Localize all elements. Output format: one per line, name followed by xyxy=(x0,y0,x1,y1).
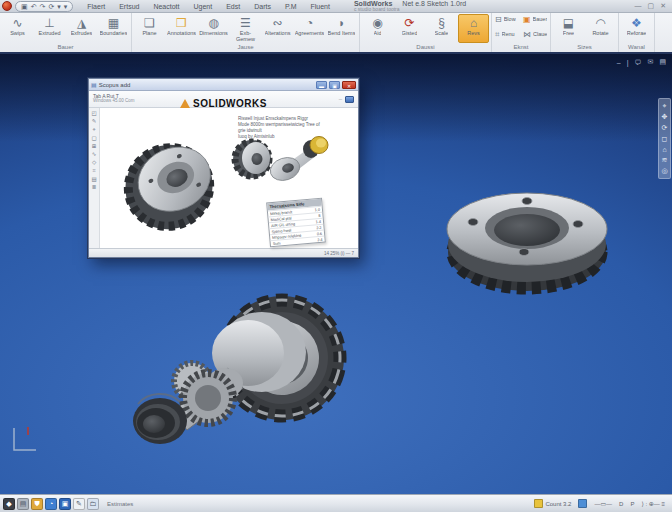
browser-icon[interactable]: ◔ xyxy=(45,498,57,510)
slider-indicator[interactable]: —▭— xyxy=(594,500,612,507)
count-indicator-text: Count 3.2 xyxy=(545,501,571,507)
pen-icon[interactable]: ✎ xyxy=(73,498,85,510)
shield-icon[interactable]: ⛊ xyxy=(31,498,43,510)
explorer-icon[interactable]: ▤ xyxy=(17,498,29,510)
sheet-icon[interactable]: ▤ xyxy=(659,58,666,66)
floating-document-window[interactable]: ▤ Scopus add ▬▣✕ Tab A Rut T Windows 45.… xyxy=(88,78,359,258)
document-text-line: Mode 8000m werrtpwrisseiwicteg Tree of g… xyxy=(238,122,324,134)
p-indicator-text: P xyxy=(630,501,634,507)
table-cell-value: 2.2 xyxy=(316,225,322,229)
viewport-side-toolbar: ⌖✥⟳◻⌂≋◎ xyxy=(658,98,671,179)
doc-indicator[interactable] xyxy=(578,499,587,508)
p-indicator[interactable]: P xyxy=(630,501,634,507)
slider-indicator-text: —▭— xyxy=(594,500,612,507)
media-icon[interactable]: ▣ xyxy=(59,498,71,510)
folder-icon[interactable]: 🗀 xyxy=(87,498,99,510)
illustration-gear-large xyxy=(112,130,227,243)
display-icon[interactable]: ◎ xyxy=(661,167,667,175)
table-cell-label: Sum xyxy=(273,241,281,246)
illustration-gear-small xyxy=(233,140,271,178)
start-icon[interactable]: ◆ xyxy=(3,498,15,510)
table-cell-value: 1.0 xyxy=(315,207,321,211)
count-indicator[interactable]: Count 3.2 xyxy=(534,499,571,508)
solidworks-app-window: ▣↶↷⟳▾▾ FlaertErtsudNeactottUgentEdstDart… xyxy=(0,0,672,512)
select-icon[interactable]: ⌖ xyxy=(663,102,667,110)
table-cell-value: 8 xyxy=(318,213,320,217)
misc-indicator[interactable]: ⟩ : ⊕— ≡ xyxy=(641,500,665,507)
pan-icon[interactable]: ✥ xyxy=(662,113,668,121)
divider: | xyxy=(627,59,629,66)
document-spec-table: Thecspjssms SideMfrkej brandt1.0ModiCal … xyxy=(266,198,326,248)
comment-icon[interactable]: 🗩 xyxy=(635,59,642,66)
mail-icon[interactable]: ✉ xyxy=(648,58,654,66)
count-indicator-icon xyxy=(534,499,543,508)
part-gear-shaft-assembly[interactable] xyxy=(133,282,358,444)
rotate-view-icon[interactable]: ⟳ xyxy=(662,124,668,132)
status-bar: ◆▤⛊◔▣✎🗀 Estimates Count 3.2—▭—DP⟩ : ⊕— ≡ xyxy=(0,494,672,512)
table-cell-value: 1.4 xyxy=(316,219,322,223)
collapse-icon[interactable]: – xyxy=(617,59,621,66)
doc-indicator-icon xyxy=(578,499,587,508)
table-cell-value: 2.4 xyxy=(317,237,323,241)
illustration-hub-yellow-cap xyxy=(267,137,328,185)
document-text-block: Riswell Injust Emsckalmpens RiggrMode 80… xyxy=(238,116,324,140)
status-right-group: Count 3.2—▭—DP⟩ : ⊕— ≡ xyxy=(534,499,669,508)
zoom-fit-icon[interactable]: ◻ xyxy=(662,135,668,143)
viewport-hud-toolbar: –|🗩✉▤ xyxy=(617,58,666,66)
part-ring-gear-right[interactable] xyxy=(447,193,607,291)
status-left-text: Estimates xyxy=(107,501,133,507)
document-page: Riswell Injust Emsckalmpens RiggrMode 80… xyxy=(100,108,358,248)
d-indicator-text: D xyxy=(619,501,623,507)
home-view-icon[interactable]: ⌂ xyxy=(662,146,666,153)
origin-triad xyxy=(8,426,38,456)
d-indicator[interactable]: D xyxy=(619,501,623,507)
document-text-line: Iuoq by Aimtsinlub xyxy=(238,134,324,140)
misc-indicator-text: ⟩ : ⊕— ≡ xyxy=(641,500,665,507)
table-cell-value: 0.6 xyxy=(317,231,323,235)
section-icon[interactable]: ≋ xyxy=(662,156,668,164)
